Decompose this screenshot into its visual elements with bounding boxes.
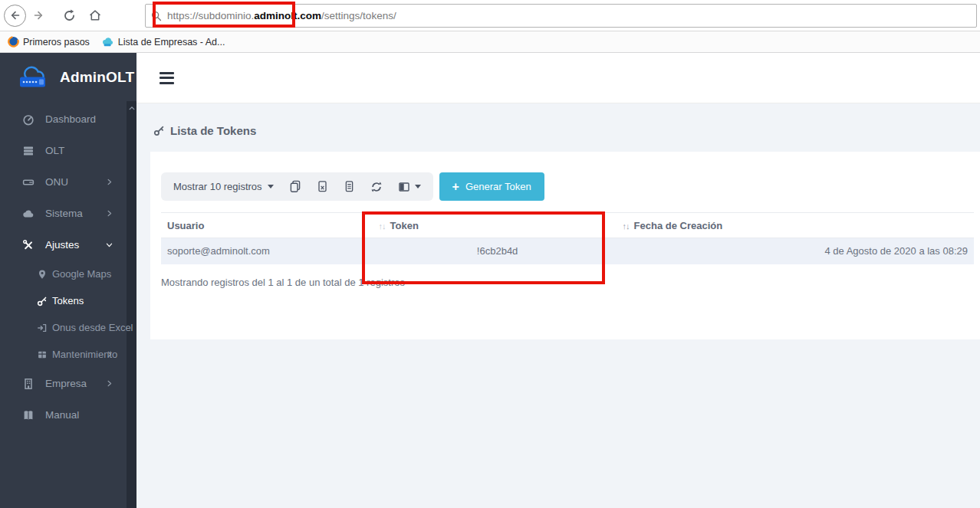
sidebar-item-dashboard[interactable]: Dashboard (0, 103, 136, 135)
bookmark-label: Primeros pasos (23, 37, 90, 48)
reload-button[interactable] (59, 5, 79, 25)
columns-icon (398, 181, 410, 193)
home-button[interactable] (85, 5, 105, 25)
back-arrow-icon (8, 8, 22, 22)
chevron-right-icon (105, 379, 113, 388)
page-title-text: Lista de Tokens (170, 124, 256, 137)
column-label: Token (390, 220, 419, 231)
cell-usuario: soporte@adminolt.com (161, 238, 373, 264)
sidebar-item-label: Dashboard (45, 113, 96, 125)
sidebar-item-label: Onus desde Excel (52, 322, 133, 333)
tools-icon (22, 239, 35, 251)
adminolt-favicon-icon (102, 37, 114, 48)
page-title: Lista de Tokens (136, 103, 980, 137)
sidebar-item-label: ONU (45, 176, 68, 188)
copy-icon (289, 180, 301, 193)
content-area: Lista de Tokens Mostrar 10 registros (136, 103, 980, 508)
sidebar-item-label: Manual (45, 409, 79, 421)
column-header-fecha[interactable]: ↑↓Fecha de Creación (617, 213, 974, 238)
server-icon (22, 145, 35, 157)
sidebar-item-label: OLT (45, 145, 64, 156)
hamburger-icon (159, 72, 174, 74)
url-domain: adminolt.com (254, 10, 321, 21)
sign-in-icon (37, 323, 48, 333)
sort-icon: ↑↓ (379, 221, 386, 231)
chevron-right-icon (105, 209, 113, 218)
ajustes-submenu: Google Maps Tokens Onus desde Excel (0, 261, 136, 368)
url-bar[interactable]: https://subdominio.adminolt.com/settings… (145, 4, 977, 28)
excel-file-icon (317, 180, 328, 193)
sidebar-item-sistema[interactable]: Sistema (0, 198, 136, 229)
brand-logo[interactable]: AdminOLT (0, 53, 136, 101)
refresh-icon (370, 181, 383, 193)
export-excel-button[interactable] (317, 180, 328, 193)
book-icon (22, 409, 35, 421)
sort-icon: ↑↓ (623, 221, 630, 231)
building-icon (22, 378, 35, 390)
table-row: soporte@adminolt.com !6cb2b4d 4 de Agost… (161, 238, 974, 264)
sidebar: AdminOLT Dashboard OLT (0, 53, 136, 508)
sidebar-item-olt[interactable]: OLT (0, 135, 136, 166)
cell-token: !6cb2b4d (373, 238, 617, 264)
column-label: Fecha de Creación (634, 220, 723, 231)
bookmark-label: Lista de Empresas - Ad... (118, 37, 225, 48)
generate-token-label: Generar Token (465, 181, 531, 192)
topbar (136, 53, 980, 103)
main-area: Lista de Tokens Mostrar 10 registros (136, 53, 980, 508)
cloud-icon (22, 208, 35, 220)
show-entries-dropdown[interactable]: Mostrar 10 registros (173, 181, 274, 192)
file-lines-icon (344, 180, 355, 193)
home-icon (88, 8, 102, 22)
forward-button[interactable] (28, 5, 48, 25)
sidebar-item-empresa[interactable]: Empresa (0, 368, 136, 399)
sidebar-item-google-maps[interactable]: Google Maps (0, 261, 136, 287)
url-path: /settings/tokens/ (321, 10, 396, 21)
key-icon (37, 296, 48, 306)
map-marker-icon (37, 269, 48, 280)
sidebar-item-ajustes[interactable]: Ajustes (0, 229, 136, 261)
chevron-right-icon (105, 178, 113, 186)
generate-token-button[interactable]: + Generar Token (439, 172, 544, 201)
sidebar-item-label: Tokens (52, 295, 84, 306)
brand-name: AdminOLT (60, 69, 134, 86)
export-file-button[interactable] (344, 180, 355, 193)
sidebar-item-tokens[interactable]: Tokens (0, 287, 136, 314)
sidebar-toggle-button[interactable] (159, 72, 174, 84)
sidebar-item-label: Ajustes (45, 239, 79, 251)
sidebar-item-label: Sistema (45, 208, 83, 219)
sidebar-menu: Dashboard OLT ONU (0, 101, 136, 431)
key-icon (153, 125, 165, 136)
adminolt-logo-icon (18, 65, 54, 89)
back-button[interactable] (4, 5, 26, 27)
sidebar-item-onu[interactable]: ONU (0, 166, 136, 198)
bookmark-primeros-pasos[interactable]: Primeros pasos (8, 36, 90, 48)
column-header-usuario[interactable]: Usuario (161, 213, 373, 238)
table-icon (37, 349, 48, 360)
chevron-down-icon (105, 241, 113, 249)
sidebar-item-mantenimiento[interactable]: Mantenimiento (0, 341, 136, 368)
table-header-row: Usuario ↑↓Token ↑↓Fecha de Creación (161, 213, 974, 238)
column-visibility-button[interactable] (398, 181, 421, 193)
column-label: Usuario (167, 220, 204, 231)
sidebar-item-manual[interactable]: Manual (0, 399, 136, 431)
refresh-button[interactable] (370, 181, 383, 193)
gauge-icon (22, 113, 35, 126)
table-info: Mostrando registros del 1 al 1 de un tot… (161, 277, 974, 288)
bookmark-lista-empresas[interactable]: Lista de Empresas - Ad... (102, 37, 225, 48)
chevron-right-icon (105, 350, 113, 359)
copy-button[interactable] (289, 180, 301, 193)
plus-icon: + (452, 180, 459, 194)
show-entries-label: Mostrar 10 registros (173, 181, 262, 192)
firefox-icon (8, 36, 19, 48)
search-icon (151, 11, 162, 21)
sidebar-item-label: Google Maps (52, 268, 111, 280)
cell-fecha: 4 de Agosto de 2020 a las 08:29 (617, 238, 974, 264)
sidebar-item-onus-excel[interactable]: Onus desde Excel (0, 314, 136, 341)
app-window: AdminOLT Dashboard OLT (0, 53, 980, 508)
caret-down-icon (268, 185, 274, 188)
column-header-token[interactable]: ↑↓Token (373, 213, 617, 238)
hdd-icon (22, 176, 35, 188)
screen: https://subdominio.adminolt.com/settings… (0, 0, 980, 508)
forward-arrow-icon (31, 8, 45, 22)
tokens-table: Usuario ↑↓Token ↑↓Fecha de Creación sopo… (161, 212, 974, 264)
